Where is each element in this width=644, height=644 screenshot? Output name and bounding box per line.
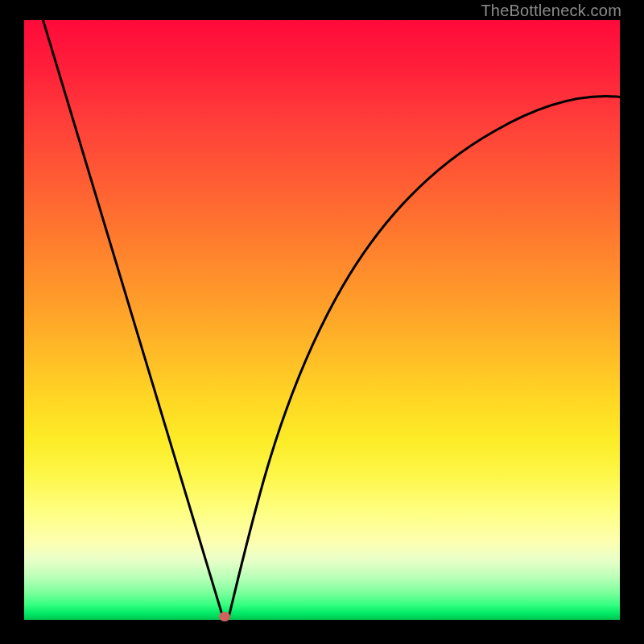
bottleneck-curve xyxy=(24,20,620,620)
chart-canvas: TheBottleneck.com xyxy=(0,0,644,644)
plot-area xyxy=(24,20,620,620)
curve-left-branch xyxy=(42,20,223,617)
curve-right-branch xyxy=(229,97,620,617)
minimum-marker xyxy=(219,612,230,621)
watermark-text: TheBottleneck.com xyxy=(481,2,621,20)
